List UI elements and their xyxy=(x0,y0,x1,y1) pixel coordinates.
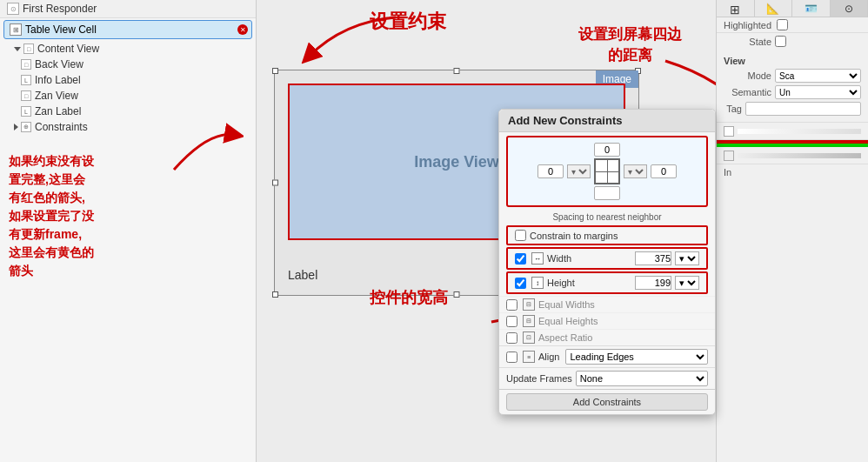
update-frames-label: Update Frames xyxy=(506,373,572,384)
spacing-right-dropdown[interactable]: ▾ xyxy=(624,164,647,178)
color-bar2 xyxy=(738,153,861,158)
tab-ruler[interactable]: 📐 xyxy=(755,0,793,17)
tree-constraints[interactable]: ⊕ Constraints xyxy=(0,119,256,135)
spacing-grid: ▾ ▾ xyxy=(506,136,708,207)
equal-heights-row: ⊟ Equal Heights xyxy=(499,312,715,329)
tag-input[interactable] xyxy=(745,102,861,116)
aspect-ratio-icon: ⊡ xyxy=(523,331,535,344)
tab-view[interactable]: ⊞ xyxy=(717,0,755,17)
width-row: ↔ Width ▾ xyxy=(506,247,708,270)
aspect-ratio-label: Aspect Ratio xyxy=(538,332,592,343)
back-view-label: Back View xyxy=(35,58,83,70)
title-annotation: 设置约束 xyxy=(370,9,446,36)
mode-select[interactable]: Sca xyxy=(775,69,861,83)
width-icon: ↔ xyxy=(531,252,544,264)
tag-label: Tag xyxy=(724,104,742,114)
spacing-right-input[interactable] xyxy=(651,164,677,178)
close-button[interactable]: ✕ xyxy=(237,24,248,35)
left-panel: ⊙ First Responder ⊞ Table View Cell ✕ □ … xyxy=(0,0,257,462)
tree-info-label[interactable]: L Info Label xyxy=(0,72,256,88)
tree-back-view[interactable]: □ Back View xyxy=(0,57,256,72)
handle-tl xyxy=(272,68,278,74)
color-swatch1[interactable] xyxy=(724,126,734,137)
handle-ml xyxy=(272,180,278,186)
table-view-cell-icon: ⊞ xyxy=(10,23,22,36)
constraints-popup: Add New Constraints ▾ ▾ Spacing to neare… xyxy=(498,109,716,415)
state-label: State xyxy=(724,37,771,47)
equal-widths-label: Equal Widths xyxy=(538,299,595,310)
back-view-icon: □ xyxy=(21,59,31,70)
zan-view-icon: □ xyxy=(21,90,31,101)
align-icon: ≡ xyxy=(523,351,535,363)
handle-tm xyxy=(454,68,460,74)
highlighted-checkbox[interactable] xyxy=(777,19,788,30)
spacing-top-input[interactable] xyxy=(594,143,620,157)
spacing-label: Spacing to nearest neighbor xyxy=(499,211,715,224)
inspector-tabs: ⊞ 📐 🪪 ⊙ xyxy=(717,0,868,17)
view-section: View Mode Sca Semantic Un Tag xyxy=(717,52,868,123)
spacing-left-dropdown[interactable]: ▾ xyxy=(567,164,591,178)
align-text: Align xyxy=(538,352,559,362)
align-select[interactable]: Leading Edges xyxy=(565,349,708,365)
top-input-row xyxy=(594,143,620,157)
constrain-margins-row: Constrain to margins xyxy=(506,225,708,245)
aspect-ratio-checkbox[interactable] xyxy=(506,332,517,344)
tree-zan-view[interactable]: □ Zan View xyxy=(0,88,256,104)
screen-annotation: 设置到屏幕四边的距离 xyxy=(578,24,682,66)
tree-content-view[interactable]: □ Content View xyxy=(0,41,256,57)
zan-label-icon: L xyxy=(21,106,31,117)
first-responder-row: ⊙ First Responder xyxy=(0,0,256,18)
bot-input-row xyxy=(594,186,620,200)
tree-zan-label[interactable]: L Zan Label xyxy=(0,104,256,119)
height-dropdown[interactable]: ▾ xyxy=(675,276,699,290)
right-inspector: ⊞ 📐 🪪 ⊙ Highlighted State View Mode Sca … xyxy=(716,0,868,462)
spacing-bottom-input[interactable] xyxy=(594,186,620,200)
handle-bm xyxy=(454,291,460,298)
info-label-icon: L xyxy=(21,75,31,85)
spacing-left-input[interactable] xyxy=(537,164,564,178)
update-frames-row: Update Frames None xyxy=(499,367,715,389)
width-dropdown[interactable]: ▾ xyxy=(675,251,699,265)
semantic-label: Semantic xyxy=(724,87,771,97)
inspector-bottom-text: In xyxy=(717,164,868,180)
equal-widths-checkbox[interactable] xyxy=(506,299,517,311)
semantic-select[interactable]: Un xyxy=(775,85,861,99)
tab-identity[interactable]: 🪪 xyxy=(792,0,831,17)
zan-label-label: Zan Label xyxy=(35,105,81,117)
width-label: Width xyxy=(547,253,631,264)
triangle-icon xyxy=(14,47,21,51)
popup-title: Add New Constraints xyxy=(499,110,715,132)
state-checkbox[interactable] xyxy=(775,36,786,47)
semantic-row: Semantic Un xyxy=(724,85,861,99)
left-annotation: 如果约束没有设置完整,这里会有红色的箭头,如果设置完了没有更新frame,这里会… xyxy=(9,152,94,280)
color-swatch2[interactable] xyxy=(724,151,734,161)
height-label: Height xyxy=(547,278,631,288)
zan-view-label: Zan View xyxy=(35,90,78,102)
update-frames-select[interactable]: None xyxy=(576,371,708,386)
mode-label: Mode xyxy=(724,70,771,81)
label-text: Label xyxy=(288,268,317,282)
content-view-label: Content View xyxy=(37,43,99,55)
equal-heights-icon: ⊟ xyxy=(523,315,535,327)
color-row2 xyxy=(717,147,868,164)
add-constraints-button[interactable]: Add Constraints xyxy=(506,393,708,411)
width-value-input[interactable] xyxy=(635,251,671,265)
info-label-label: Info Label xyxy=(35,74,81,86)
width-checkbox[interactable] xyxy=(515,253,526,264)
table-view-cell-label: Table View Cell xyxy=(25,23,97,36)
state-row: State xyxy=(717,33,868,50)
constraints-label: Constraints xyxy=(35,121,88,133)
constrain-margins-checkbox[interactable] xyxy=(515,230,526,241)
content-view-icon: □ xyxy=(23,44,34,54)
height-checkbox[interactable] xyxy=(515,278,526,289)
constraints-icon: ⊕ xyxy=(21,122,31,132)
table-view-cell-row[interactable]: ⊞ Table View Cell ✕ xyxy=(3,20,252,39)
equal-heights-checkbox[interactable] xyxy=(506,316,517,327)
align-checkbox[interactable] xyxy=(506,352,517,363)
mid-row: ▾ ▾ xyxy=(537,158,677,184)
equal-heights-label: Equal Heights xyxy=(538,316,598,326)
wh-annotation: 控件的宽高 xyxy=(370,287,448,309)
tab-attr[interactable]: ⊙ xyxy=(831,0,869,17)
color-row1 xyxy=(717,123,868,140)
height-value-input[interactable] xyxy=(635,276,671,290)
